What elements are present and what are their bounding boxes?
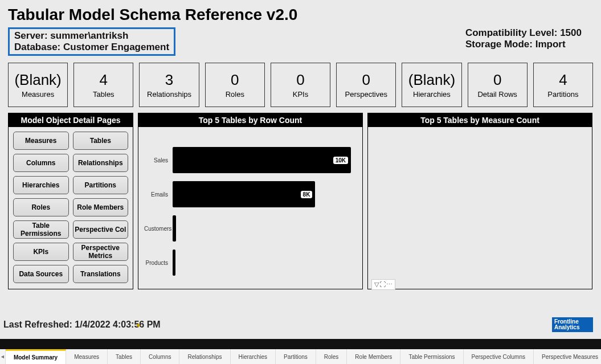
nav-button-tables[interactable]: Tables (73, 132, 129, 150)
connection-box: Server: summer\antriksh Database: Custom… (8, 27, 175, 56)
tab-roles[interactable]: Roles (316, 349, 347, 364)
card-label: Measures (22, 90, 54, 99)
nav-button-roles[interactable]: Roles (13, 198, 69, 216)
card-value: (Blank) (14, 71, 61, 89)
card-value: 4 (559, 71, 567, 89)
model-meta: Compatibility Level: 1500 Storage Mode: … (465, 27, 593, 56)
nav-button-relationships[interactable]: Relationships (73, 154, 129, 172)
nav-button-kpis[interactable]: KPIs (13, 243, 69, 261)
cursor-icon: ✦ (135, 321, 142, 330)
nav-button-columns[interactable]: Columns (13, 154, 69, 172)
tab-tables[interactable]: Tables (108, 349, 141, 364)
panel-top-tables-measures[interactable]: Top 5 Tables by Measure Count ▽ ⛶ ⋯ (367, 113, 592, 289)
panel-title: Top 5 Tables by Measure Count (368, 113, 592, 127)
card-detail-rows[interactable]: 0Detail Rows (468, 63, 528, 107)
bar-row[interactable]: Customers (144, 211, 351, 246)
bar-value: 10K (333, 157, 348, 164)
page-title: Tabular Model Schema Reference v2.0 (8, 6, 593, 24)
card-label: Partitions (547, 90, 578, 99)
tab-perspective-columns[interactable]: Perspective Columns (464, 349, 534, 364)
tab-measures[interactable]: Measures (66, 349, 108, 364)
nav-button-translations[interactable]: Translations (73, 265, 129, 283)
focus-icon[interactable]: ⛶ (379, 281, 386, 288)
tab-perspective-measures[interactable]: Perspective Measures (534, 349, 601, 364)
tab-table-permissions[interactable]: Table Permissions (400, 349, 463, 364)
bar-row[interactable]: Sales10K (144, 143, 351, 177)
logo-line2: Analytics (554, 325, 579, 330)
card-label: KPIs (293, 90, 308, 99)
panel-title: Model Object Detail Pages (9, 113, 133, 127)
card-label: Roles (226, 90, 244, 99)
card-kpis[interactable]: 0KPIs (271, 63, 330, 107)
card-perspectives[interactable]: 0Perspectives (336, 63, 396, 107)
database-label: Database: Customer Engagement (14, 42, 169, 53)
nav-button-data-sources[interactable]: Data Sources (13, 265, 69, 283)
storage-mode: Storage Mode: Import (465, 39, 582, 50)
bar-row[interactable]: Emails8K (144, 177, 351, 211)
nav-button-hierarchies[interactable]: Hierarchies (13, 176, 69, 194)
nav-button-role-members[interactable]: Role Members (73, 198, 129, 216)
summary-cards: (Blank)Measures4Tables3Relationships0Rol… (8, 63, 593, 107)
tab-nav-left[interactable]: ◄ (0, 349, 6, 364)
card-label: Relationships (147, 90, 191, 99)
tab-columns[interactable]: Columns (141, 349, 179, 364)
panel-top-tables-rows[interactable]: Top 5 Tables by Row Count Sales10KEmails… (138, 113, 363, 289)
bar-label: Products (144, 260, 173, 266)
bar-fill: 8K (173, 181, 315, 207)
brand-logo: Frontline Analytics (552, 317, 593, 332)
bar-label: Emails (144, 191, 173, 198)
card-partitions[interactable]: 4Partitions (533, 63, 593, 107)
bar-fill: 10K (173, 147, 351, 173)
tab-partitions[interactable]: Partitions (276, 349, 316, 364)
card-value: 4 (100, 71, 108, 89)
nav-button-perspective-metrics[interactable]: Perspective Metrics (73, 243, 129, 261)
card-value: 0 (231, 71, 239, 89)
card-value: 3 (165, 71, 173, 89)
nav-button-perspective-col[interactable]: Perspective Col (73, 220, 129, 239)
server-label: Server: summer\antriksh (14, 30, 169, 42)
card-relationships[interactable]: 3Relationships (139, 63, 199, 107)
tab-role-members[interactable]: Role Members (347, 349, 400, 364)
card-value: 0 (296, 71, 304, 89)
tab-model-summary[interactable]: Model Summary (6, 349, 66, 364)
card-label: Tables (93, 90, 115, 99)
card-hierarchies[interactable]: (Blank)Hierarchies (402, 63, 461, 107)
bar-fill (173, 250, 175, 276)
card-value: (Blank) (408, 71, 455, 89)
report-tabs: ◄ Model SummaryMeasuresTablesColumnsRela… (0, 349, 601, 364)
bar-row[interactable]: Products (144, 246, 351, 280)
card-tables[interactable]: 4Tables (73, 63, 133, 107)
bar-label: Customers (144, 226, 173, 232)
nav-button-partitions[interactable]: Partitions (73, 176, 129, 194)
card-value: 0 (493, 71, 501, 89)
bar-value: 8K (301, 191, 313, 198)
card-value: 0 (362, 71, 370, 89)
nav-button-table-permissions[interactable]: Table Permissions (13, 220, 69, 239)
compat-level: Compatibility Level: 1500 (465, 27, 582, 39)
bar-label: Sales (144, 157, 173, 163)
panel-detail-pages: Model Object Detail Pages MeasuresTables… (8, 113, 133, 289)
card-label: Perspectives (345, 90, 387, 99)
more-icon[interactable]: ⋯ (386, 281, 393, 288)
card-label: Detail Rows (477, 90, 517, 99)
bar-fill (173, 215, 176, 242)
visual-controls[interactable]: ▽ ⛶ ⋯ (371, 279, 395, 290)
card-measures[interactable]: (Blank)Measures (8, 63, 68, 107)
card-roles[interactable]: 0Roles (205, 63, 265, 107)
tab-hierarchies[interactable]: Hierarchies (231, 349, 276, 364)
filter-icon[interactable]: ▽ (374, 281, 379, 288)
nav-button-measures[interactable]: Measures (13, 132, 69, 150)
panel-title: Top 5 Tables by Row Count (138, 113, 362, 127)
card-label: Hierarchies (413, 90, 451, 99)
tab-relationships[interactable]: Relationships (179, 349, 230, 364)
